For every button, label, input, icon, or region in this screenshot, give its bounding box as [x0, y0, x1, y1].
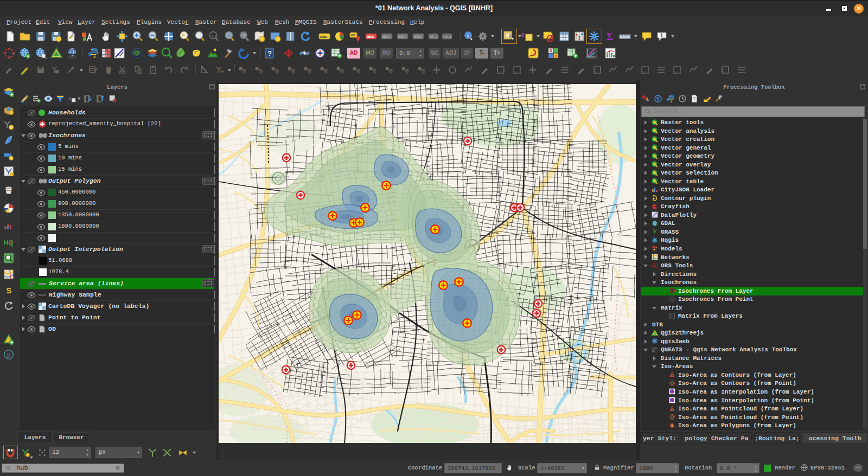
svg-text:ab: ab: [443, 34, 448, 39]
svg-text:T: T: [660, 33, 663, 38]
svg-text:S: S: [550, 49, 552, 53]
svg-text:ab: ab: [351, 33, 355, 37]
svg-text:abc: abc: [398, 34, 406, 39]
svg-text:D: D: [554, 54, 557, 58]
svg-text:p: p: [7, 352, 11, 358]
svg-text:S: S: [6, 286, 11, 295]
svg-text:R: R: [656, 97, 660, 101]
svg-text:1:1: 1:1: [212, 34, 216, 37]
svg-text:i: i: [467, 32, 469, 38]
svg-text:Σ: Σ: [607, 31, 613, 42]
svg-text:abc: abc: [382, 34, 390, 39]
svg-text:abc: abc: [320, 34, 328, 39]
svg-text:ε: ε: [68, 95, 71, 101]
svg-text:ab: ab: [430, 34, 435, 39]
svg-text:abc: abc: [367, 34, 374, 39]
svg-text:abc: abc: [414, 34, 422, 39]
svg-text:?: ?: [267, 49, 272, 57]
svg-text:ε: ε: [521, 30, 525, 38]
